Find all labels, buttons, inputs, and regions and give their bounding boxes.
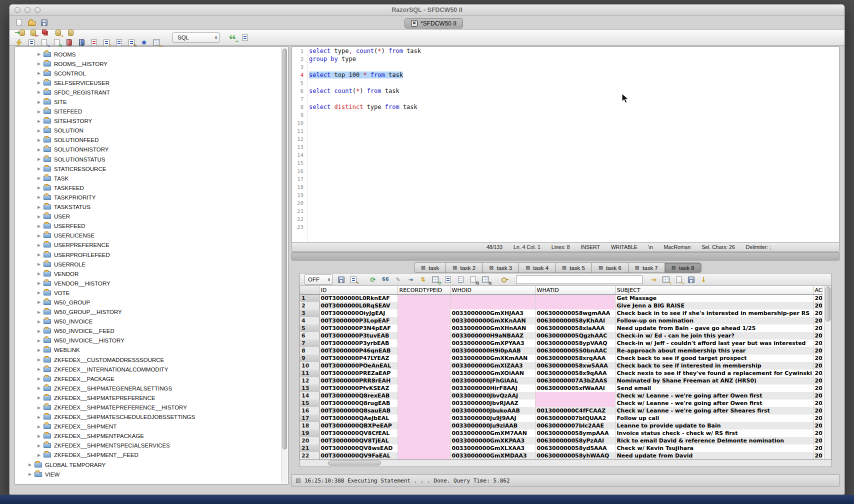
sidebar-item-task[interactable]: ▶TASK bbox=[16, 174, 282, 183]
sidebar-item-sitefeed[interactable]: ▶SITEFEED bbox=[16, 107, 282, 116]
grid-cell[interactable] bbox=[398, 392, 450, 400]
disclosure-triangle-icon[interactable]: ▶ bbox=[36, 415, 42, 420]
grid-cell[interactable]: Re-approach about membership this year bbox=[615, 347, 813, 354]
grid-cell[interactable]: 0033000000GmXKnAAN bbox=[450, 317, 535, 324]
column-header-id[interactable]: ID bbox=[319, 286, 398, 294]
grid-cell[interactable]: 0033000000GmXMDAA3 bbox=[450, 452, 535, 460]
editor-line[interactable]: 3 bbox=[292, 63, 839, 71]
editor-line[interactable]: 16 bbox=[292, 167, 839, 175]
disclosure-triangle-icon[interactable]: ▶ bbox=[36, 166, 42, 171]
grid-cell[interactable] bbox=[398, 302, 450, 310]
disclosure-triangle-icon[interactable]: ▶ bbox=[26, 462, 34, 467]
notes-gold-icon[interactable]: ✎ bbox=[674, 274, 683, 284]
grid-cell[interactable]: 00T3000000P3N4pEAF bbox=[319, 324, 398, 332]
grid-cell[interactable]: Follow-up on nomination bbox=[615, 317, 813, 324]
grid-cell[interactable]: 200 bbox=[813, 347, 822, 354]
grid-cell[interactable]: 00T3000000P47LYEAZ bbox=[319, 354, 398, 362]
disclosure-triangle-icon[interactable]: ▶ bbox=[36, 434, 42, 438]
sidebar-item-global temporary[interactable]: ▶GLOBAL TEMPORARY bbox=[16, 460, 282, 470]
grid-cell[interactable] bbox=[450, 302, 535, 310]
horizontal-splitter[interactable] bbox=[292, 252, 840, 260]
grid-cell[interactable]: 006300000058yhWAAQ bbox=[535, 452, 615, 460]
grid-cell[interactable]: Leanne to provide update to Bain bbox=[615, 422, 813, 430]
disclosure-triangle-icon[interactable]: ▶ bbox=[36, 195, 42, 200]
grid-row[interactable]: 300T3000000OiyJgEAJ0033000000GmXHJAA3006… bbox=[300, 310, 822, 317]
disclosure-triangle-icon[interactable]: ▶ bbox=[36, 186, 42, 190]
disclosure-triangle-icon[interactable]: ▶ bbox=[36, 110, 42, 114]
results-tab-task-7[interactable]: ⊠task 7 bbox=[628, 262, 664, 273]
grid-cell[interactable] bbox=[398, 414, 450, 422]
disclosure-triangle-icon[interactable]: ▶ bbox=[36, 176, 42, 180]
grid-cell[interactable] bbox=[398, 362, 450, 370]
grid-row[interactable]: 1500T3000000Q8rugEAB0033000000JbvRJAAZCh… bbox=[300, 400, 822, 407]
grid-cell[interactable]: 0033000000JbukoAAB bbox=[450, 407, 535, 414]
grid-cell[interactable]: Need update from David bbox=[615, 452, 813, 460]
sidebar-item-sitehistory[interactable]: ▶SITEHISTORY bbox=[16, 116, 282, 126]
grid-row[interactable]: 1900T3000000QV8CfEAL0033000000GmXM7AAN00… bbox=[300, 430, 822, 437]
disclosure-triangle-icon[interactable]: ▶ bbox=[36, 281, 42, 286]
grid-cell[interactable]: 0033000000H9i0pAAB bbox=[450, 347, 535, 354]
sidebar-item-zkfedex__customaddresssource[interactable]: ▶ZKFEDEX__CUSTOMADDRESSSOURCE bbox=[16, 355, 282, 364]
grid-vscroll-thumb[interactable] bbox=[826, 286, 830, 322]
editor-line[interactable]: 5 bbox=[292, 79, 839, 87]
grid-cell[interactable]: 00T3000000QBXPeEAP bbox=[319, 422, 398, 430]
grid-cell[interactable]: 00T3000000PfvKSEAZ bbox=[319, 384, 398, 392]
sidebar-item-zkfedex__shipmatepreference[interactable]: ▶ZKFEDEX__SHIPMATEPREFERENCE bbox=[16, 393, 282, 402]
grid-cell[interactable]: 0033000000GmXHnAAN bbox=[450, 324, 535, 332]
quotes-66-icon[interactable]: 66 bbox=[381, 274, 390, 284]
go-gold-icon[interactable]: → bbox=[649, 274, 658, 284]
grid-cell[interactable]: 0033000000GmXKPAA3 bbox=[450, 437, 535, 444]
sidebar-item-zkfedex__package[interactable]: ▶ZKFEDEX__PACKAGE bbox=[16, 374, 282, 384]
column-header-whatid[interactable]: WHATID bbox=[535, 286, 615, 294]
grid-cell[interactable] bbox=[398, 354, 450, 362]
grid-cell[interactable]: 00T3000000QV8TjEAL bbox=[319, 437, 398, 444]
disclosure-triangle-icon[interactable]: ▶ bbox=[36, 386, 42, 390]
refresh-green-icon[interactable]: ⟳ bbox=[368, 274, 378, 284]
grid-row[interactable]: 100T3000000L0RknEAFGet Massage200 bbox=[300, 294, 822, 302]
grid-cell[interactable]: 200 bbox=[813, 422, 822, 430]
editor-line[interactable]: 9 bbox=[292, 111, 839, 119]
sidebar-item-rooms__history[interactable]: ▶ROOMS__HISTORY bbox=[16, 59, 282, 68]
copy-pages-icon[interactable]: ⧉ bbox=[468, 274, 478, 284]
sidebar-item-zkfedex__internationalcommodity[interactable]: ▶ZKFEDEX__INTERNATIONALCOMMODITY bbox=[16, 364, 282, 374]
grid-cell[interactable]: 200 bbox=[813, 302, 822, 310]
align-list-icon[interactable] bbox=[114, 38, 124, 48]
tab-close-icon[interactable]: ⊠ bbox=[672, 264, 676, 271]
grid-cell[interactable]: Check w/ Leanne - we're going after Owen… bbox=[615, 400, 813, 407]
disclosure-triangle-icon[interactable]: ▶ bbox=[36, 290, 42, 295]
editor-line[interactable]: 17 bbox=[292, 175, 839, 183]
grid-cell[interactable] bbox=[398, 384, 450, 392]
disclosure-triangle-icon[interactable]: ▶ bbox=[36, 329, 42, 334]
grid-cell[interactable]: 200 bbox=[813, 324, 822, 332]
grid-cell[interactable]: 0033000000GmXHJAA3 bbox=[450, 310, 535, 317]
editor-line[interactable]: 7 bbox=[292, 95, 839, 103]
grid-cell[interactable]: 00630000007bIQUAA2 bbox=[535, 414, 615, 422]
grid-cell[interactable]: 200 bbox=[813, 384, 822, 392]
grid-cell[interactable]: Follow up call bbox=[615, 414, 813, 422]
editor-line[interactable]: 21 bbox=[292, 207, 839, 215]
grid-cell[interactable]: Check-in w/ Jeff - couldn't afford last … bbox=[615, 340, 813, 347]
table-export-icon[interactable]: → bbox=[152, 38, 161, 48]
sidebar-item-view[interactable]: ▶VIEW bbox=[16, 470, 282, 479]
grid-cell[interactable]: 200 bbox=[813, 354, 822, 362]
sidebar-scrollbar[interactable] bbox=[282, 48, 288, 484]
grid-cell[interactable] bbox=[398, 317, 450, 324]
grid-cell[interactable]: Check w/ Kevin Tsujihara bbox=[615, 444, 813, 452]
sidebar-item-user[interactable]: ▶USER bbox=[16, 212, 282, 222]
column-header-recordtypeid[interactable]: RECORDTYPEID bbox=[398, 286, 450, 294]
grid-cell[interactable]: 006300000058ypVAAQ bbox=[535, 340, 615, 347]
grid-cell[interactable] bbox=[398, 377, 450, 384]
grid-row[interactable]: 600T3000000P3tuvEAB0033000000H9aNBAAZ006… bbox=[300, 332, 822, 340]
grid-row[interactable]: 1600T3000000Q8sauEAB0033000000JbukoAAB00… bbox=[300, 407, 822, 414]
grid-cell[interactable]: 0033000000Ju9J9AAJ bbox=[450, 414, 535, 422]
column-header-whoid[interactable]: WHOID bbox=[450, 286, 535, 294]
sidebar-item-zkfedex__shipmentpackage[interactable]: ▶ZKFEDEX__SHIPMENTPACKAGE bbox=[16, 432, 282, 441]
sidebar-scrollbar-thumb[interactable] bbox=[282, 48, 287, 450]
grid-cell[interactable]: 00630000005xfWaAAI bbox=[535, 384, 615, 392]
disclosure-triangle-icon[interactable]: ▶ bbox=[36, 224, 42, 228]
grid-cell[interactable]: 0033000000JbvRJAAZ bbox=[450, 400, 535, 407]
grid-cell[interactable] bbox=[398, 310, 450, 317]
grid-cell[interactable]: 0033000000GmXKmAAN bbox=[450, 354, 535, 362]
editor-line[interactable]: 1select type, count(*) from task bbox=[292, 47, 839, 55]
disclosure-triangle-icon[interactable]: ▶ bbox=[36, 148, 42, 152]
